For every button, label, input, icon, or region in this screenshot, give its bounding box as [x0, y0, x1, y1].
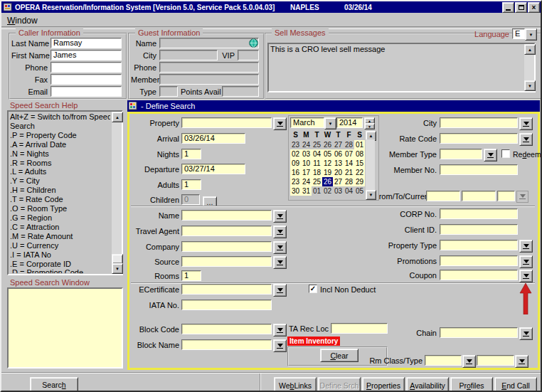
calendar-day[interactable]: 05 — [354, 186, 365, 196]
scroll-down-icon[interactable]: ▼ — [112, 263, 123, 274]
calendar-day[interactable]: 21 — [344, 168, 354, 177]
fax-field[interactable] — [51, 74, 122, 85]
member-type-lov-button[interactable] — [484, 149, 497, 161]
calendar-day[interactable]: 25 — [312, 177, 322, 186]
calendar-day[interactable]: 22 — [354, 168, 365, 177]
name-field[interactable] — [181, 210, 272, 221]
calendar-day[interactable]: 04 — [344, 186, 354, 196]
rate-code-field[interactable] — [440, 133, 518, 144]
calendar-day[interactable]: 23 — [290, 177, 301, 186]
calendar-day[interactable]: 10 — [301, 159, 312, 168]
calendar-day[interactable]: 28 — [344, 140, 354, 149]
corp-no-field[interactable] — [440, 208, 518, 219]
coupon-lov-button[interactable] — [519, 270, 533, 282]
calendar-scroll-track[interactable] — [366, 139, 375, 190]
calendar-day[interactable]: 09 — [290, 159, 301, 168]
coupon-field[interactable] — [440, 270, 518, 280]
calendar-year-field[interactable]: 2014 — [336, 117, 363, 128]
property-field[interactable] — [181, 117, 272, 128]
incl-non-deduct-checkbox[interactable]: ✓ — [309, 285, 317, 293]
company-field[interactable] — [181, 241, 272, 252]
scrollbar-thumb[interactable] — [112, 254, 123, 264]
promotions-field[interactable] — [440, 255, 518, 266]
rate-from-field[interactable] — [426, 191, 460, 201]
calendar-day[interactable]: 14 — [344, 159, 354, 168]
close-button[interactable]: × — [528, 2, 540, 13]
language-dropdown-button[interactable]: ▼ — [525, 28, 537, 41]
travel-agent-lov-button[interactable] — [273, 226, 287, 238]
speed-search-window-area[interactable] — [7, 287, 123, 369]
calendar-scroll-down-icon[interactable]: ▼ — [366, 190, 376, 200]
adults-field[interactable]: 1 — [181, 179, 201, 190]
promotions-lov-button[interactable] — [519, 255, 533, 268]
calendar-day[interactable]: 18 — [312, 168, 322, 177]
member-no-field[interactable] — [440, 164, 518, 175]
client-id-field[interactable] — [440, 224, 518, 235]
calendar-month-field[interactable]: March — [290, 117, 324, 128]
redeem-award-checkbox[interactable] — [501, 149, 510, 158]
calendar-day[interactable]: 05 — [322, 149, 333, 159]
globe-icon[interactable] — [249, 38, 258, 48]
calendar-day[interactable]: 02 — [290, 149, 301, 159]
calendar-day[interactable]: 25 — [312, 140, 322, 149]
rm-class-lov-button[interactable] — [462, 355, 476, 368]
calendar-day[interactable]: 26 — [322, 177, 333, 186]
member-type-field[interactable] — [440, 149, 482, 159]
ecertificate-lov-button[interactable] — [273, 284, 287, 297]
calendar-day[interactable]: 03 — [333, 186, 344, 196]
profiles-button[interactable]: Profiles — [450, 377, 493, 392]
calendar-day[interactable]: 23 — [290, 140, 301, 149]
search-button[interactable]: Search — [30, 377, 78, 392]
block-name-lov-button[interactable] — [273, 339, 287, 352]
ecertificate-field[interactable] — [181, 284, 272, 295]
rm-type-lov-button[interactable] — [515, 355, 528, 368]
calendar-day[interactable]: 13 — [333, 159, 344, 168]
calendar-day[interactable]: 27 — [333, 177, 344, 186]
calendar-day[interactable]: 03 — [301, 149, 312, 159]
calendar-day[interactable]: 24 — [301, 140, 312, 149]
calendar-day[interactable]: 11 — [312, 159, 322, 168]
last-name-field[interactable]: Ramsay — [51, 38, 122, 48]
calendar-day[interactable]: 01 — [312, 186, 322, 196]
calendar-day[interactable]: 30 — [290, 186, 301, 196]
calendar-day[interactable]: 07 — [344, 149, 354, 159]
currency-field[interactable] — [497, 191, 515, 201]
calendar-day[interactable]: 28 — [344, 177, 354, 186]
name-lov-button[interactable] — [273, 210, 287, 223]
calendar-day[interactable]: 27 — [333, 140, 344, 149]
month-dropdown-button[interactable]: ▼ — [324, 117, 336, 129]
calendar-day[interactable]: 01 — [354, 140, 365, 149]
nights-field[interactable]: 1 — [181, 149, 201, 159]
calendar-day[interactable]: 06 — [333, 149, 344, 159]
city-field[interactable] — [440, 117, 518, 128]
calendar-day[interactable]: 16 — [290, 168, 301, 177]
calendar-day[interactable]: 19 — [322, 168, 333, 177]
rm-class-field[interactable] — [425, 355, 462, 366]
block-name-field[interactable] — [181, 339, 272, 350]
calendar-day[interactable]: 31 — [301, 186, 312, 196]
calendar-day[interactable]: 08 — [354, 149, 365, 159]
calendar-day[interactable]: 17 — [301, 168, 312, 177]
year-down-icon[interactable]: ▼ — [364, 123, 375, 129]
rooms-field[interactable]: 1 — [181, 270, 201, 281]
property-lov-button[interactable] — [273, 117, 287, 130]
sell-scrollbar[interactable]: ▲ ▼ — [524, 44, 534, 91]
scroll-down-icon[interactable]: ▼ — [524, 80, 536, 91]
calendar-day[interactable]: 15 — [354, 159, 365, 168]
calendar-day[interactable]: 20 — [333, 168, 344, 177]
scroll-up-icon[interactable]: ▲ — [112, 112, 123, 122]
properties-button[interactable]: Properties — [362, 377, 405, 392]
company-lov-button[interactable] — [273, 241, 287, 254]
rate-to-field[interactable] — [462, 191, 496, 201]
email-field[interactable] — [51, 86, 122, 97]
city-lov-button[interactable] — [519, 117, 533, 130]
chain-lov-button[interactable] — [519, 327, 533, 340]
source-field[interactable] — [181, 256, 272, 267]
availability-button[interactable]: Availability — [406, 377, 449, 392]
travel-agent-field[interactable] — [181, 226, 272, 236]
minimize-button[interactable] — [502, 2, 514, 13]
arrival-field[interactable]: 03/26/14 — [181, 133, 245, 144]
calendar-day[interactable]: 26 — [322, 140, 333, 149]
source-lov-button[interactable] — [273, 256, 287, 269]
calendar-day[interactable]: 02 — [322, 186, 333, 196]
